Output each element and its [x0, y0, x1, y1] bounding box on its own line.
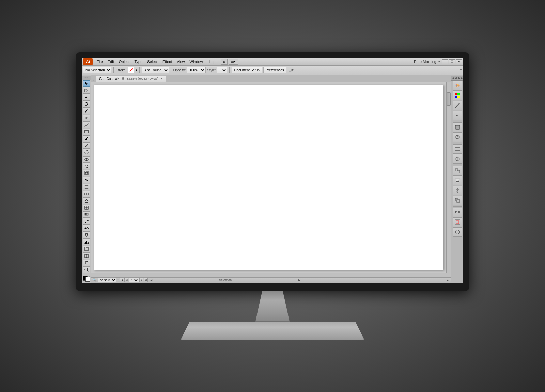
- svg-point-14: [87, 185, 88, 186]
- menu-effect[interactable]: Effect: [160, 59, 174, 64]
- status-right-arrow[interactable]: ▶: [297, 278, 301, 282]
- svg-rect-12: [85, 185, 88, 188]
- menu-window[interactable]: Window: [188, 59, 205, 64]
- menu-type[interactable]: Type: [133, 59, 145, 64]
- blob-brush-tool[interactable]: [83, 149, 90, 156]
- document-tab[interactable]: CardCase.ai* @ 33.33% (RGB/Preview) ✕: [96, 76, 166, 82]
- graph-tool[interactable]: [83, 239, 90, 245]
- mesh-tool[interactable]: [83, 205, 90, 211]
- navigator-button[interactable]: [453, 217, 462, 227]
- panel-arrow[interactable]: ▾: [292, 68, 294, 72]
- symbols-panel-button[interactable]: ✦: [453, 111, 462, 120]
- warp-tool[interactable]: [83, 177, 90, 183]
- artboards-button[interactable]: [453, 154, 462, 164]
- svg-rect-55: [455, 169, 458, 171]
- zoom-icon[interactable]: 🔍: [93, 278, 96, 282]
- brush-tool[interactable]: [83, 142, 90, 149]
- stroke-weight-select[interactable]: 3 pt. Round: [142, 67, 169, 73]
- hand-tool[interactable]: [83, 260, 90, 266]
- preferences-button[interactable]: Preferences: [263, 67, 286, 73]
- zoom-dropdown[interactable]: ▾: [117, 279, 119, 282]
- brushes-panel-button[interactable]: [453, 101, 462, 110]
- magic-wand-tool[interactable]: ✦: [83, 94, 90, 100]
- eraser-tool[interactable]: [83, 156, 90, 163]
- artboard-tool[interactable]: [83, 246, 90, 252]
- horizontal-scrollbar[interactable]: [91, 273, 446, 277]
- panel-collapse-right[interactable]: ▶▶: [458, 76, 463, 80]
- menu-view[interactable]: View: [175, 59, 187, 64]
- eyedropper-tool[interactable]: [83, 218, 90, 225]
- selection-tool[interactable]: [83, 80, 90, 87]
- menu-edit[interactable]: Edit: [106, 59, 116, 64]
- pencil-tool[interactable]: [83, 135, 90, 142]
- mode-btn-1[interactable]: ▦: [221, 59, 228, 65]
- right-panel: ◀◀ ▶▶ 🎨 ✦: [451, 75, 463, 283]
- links-button[interactable]: [453, 208, 462, 217]
- svg-point-13: [84, 185, 85, 186]
- status-info-arrow[interactable]: ▶: [446, 278, 450, 282]
- image-trace-button[interactable]: [453, 176, 462, 185]
- menu-object[interactable]: Object: [117, 59, 132, 64]
- symbol-sprayer-tool[interactable]: [83, 232, 90, 239]
- first-page-button[interactable]: |◀: [120, 278, 124, 282]
- style-select[interactable]: [217, 67, 227, 73]
- rotate-tool[interactable]: [83, 163, 90, 169]
- minimize-button[interactable]: —: [442, 59, 448, 64]
- opacity-label: Opacity:: [173, 68, 186, 72]
- pen-tool[interactable]: [83, 108, 90, 114]
- menu-select[interactable]: Select: [145, 59, 160, 64]
- page-select[interactable]: 4: [129, 278, 139, 282]
- workspace-dropdown-icon[interactable]: ▾: [438, 60, 440, 63]
- graphic-styles-button[interactable]: [453, 122, 462, 132]
- info-button[interactable]: i: [453, 227, 462, 237]
- panel-collapse-left[interactable]: ◀◀: [452, 76, 457, 80]
- menu-help[interactable]: Help: [206, 59, 218, 64]
- align-button[interactable]: [453, 186, 462, 195]
- free-transform-tool[interactable]: [83, 184, 90, 190]
- toolbar-options-icon[interactable]: ≡: [460, 68, 462, 72]
- lasso-tool[interactable]: [83, 101, 90, 108]
- slice-tool[interactable]: [83, 252, 90, 259]
- mode-btn-2[interactable]: ▦▾: [229, 59, 238, 65]
- selection-dropdown[interactable]: No Selection: [83, 67, 111, 73]
- line-segment-tool[interactable]: [83, 121, 90, 128]
- stroke-arrow[interactable]: ▾: [136, 68, 137, 72]
- vertical-scrollbar[interactable]: [446, 82, 451, 273]
- menu-file[interactable]: File: [95, 59, 105, 64]
- layers-button[interactable]: [453, 144, 462, 154]
- svg-point-29: [85, 234, 86, 235]
- stroke-color-swatch[interactable]: [128, 67, 134, 73]
- perspective-grid-tool[interactable]: [83, 197, 90, 204]
- color-panel-button[interactable]: 🎨: [453, 81, 462, 91]
- rectangle-tool[interactable]: [83, 129, 90, 135]
- appearance-button[interactable]: [453, 132, 462, 142]
- close-button[interactable]: ✕: [456, 59, 462, 64]
- document-setup-button[interactable]: Document Setup: [232, 67, 262, 73]
- shape-builder-tool[interactable]: [83, 191, 90, 197]
- color-swatches[interactable]: ↔: [83, 276, 90, 282]
- tab-close-button[interactable]: ✕: [160, 77, 163, 80]
- zoom-tool[interactable]: [83, 266, 90, 273]
- zoom-select[interactable]: 33.33%: [98, 278, 116, 282]
- artboard-canvas[interactable]: [94, 85, 443, 270]
- prev-page-button[interactable]: ◀: [124, 278, 128, 282]
- scale-tool[interactable]: [83, 170, 90, 176]
- last-page-button[interactable]: ▶|: [144, 278, 148, 282]
- restore-button[interactable]: ❐: [449, 59, 455, 64]
- next-page-button[interactable]: ▶: [139, 278, 143, 282]
- vertical-scroll-thumb[interactable]: [447, 92, 451, 106]
- transform-button[interactable]: [453, 166, 462, 176]
- svg-text:✦: ✦: [84, 95, 88, 99]
- opacity-select[interactable]: 100%: [187, 67, 206, 73]
- pathfinder-button[interactable]: [453, 196, 462, 205]
- type-tool[interactable]: T: [83, 115, 90, 121]
- direct-selection-tool[interactable]: [83, 87, 90, 94]
- svg-rect-59: [456, 189, 459, 190]
- panel-icon[interactable]: ⊟: [289, 68, 292, 72]
- blend-tool[interactable]: [83, 225, 90, 231]
- gradient-tool[interactable]: [83, 211, 90, 218]
- svg-rect-65: [456, 221, 459, 224]
- tab-scroll-left[interactable]: ‹: [91, 78, 96, 82]
- swatches-panel-button[interactable]: [453, 91, 462, 100]
- status-left-arrow[interactable]: ◀: [149, 278, 153, 282]
